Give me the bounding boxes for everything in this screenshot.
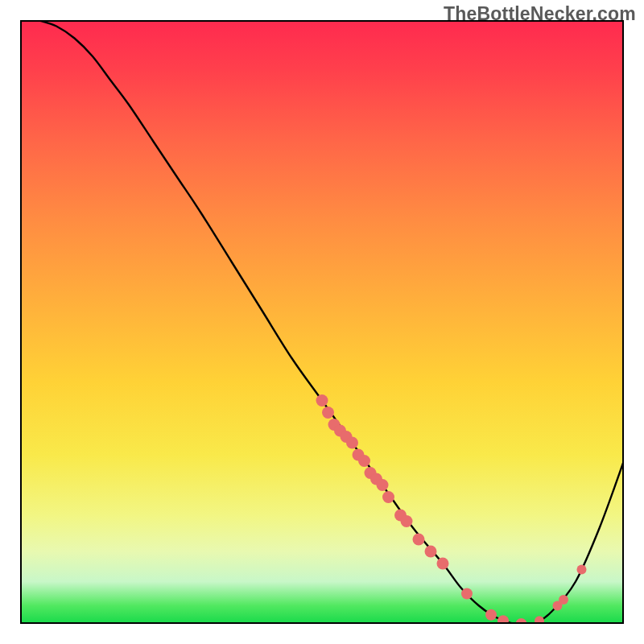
bottleneck-curve [39,20,625,624]
chart-container: TheBottleNecker.com [0,0,644,644]
curve-svg [20,20,624,624]
highlight-dot [346,437,358,449]
highlight-dot [485,609,497,621]
highlight-dot [425,546,437,558]
highlight-dot [516,618,527,624]
highlight-dot [382,491,394,503]
highlight-dot [377,479,389,491]
highlight-dot [358,455,370,467]
highlight-dot [497,615,509,624]
highlight-dots [316,394,587,624]
highlight-dot [559,595,568,605]
highlight-dot [461,588,473,600]
highlight-dot [437,558,449,570]
highlight-dot [322,407,334,419]
highlight-dot [577,565,587,575]
highlight-dot [401,515,413,527]
plot-area [20,20,624,624]
highlight-dot [413,534,425,546]
highlight-dot [316,394,328,407]
highlight-dot [535,616,544,624]
